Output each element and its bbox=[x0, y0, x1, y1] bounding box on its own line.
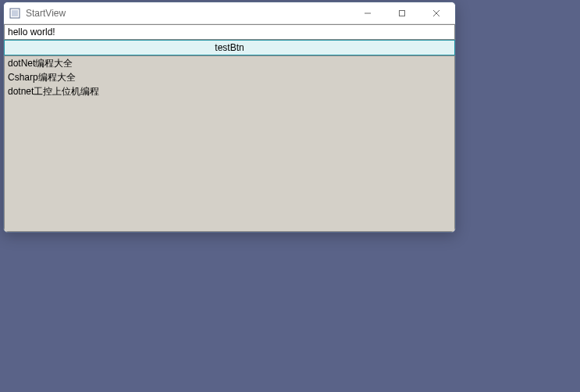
test-button[interactable]: testBtn bbox=[4, 40, 455, 55]
list-item[interactable]: dotNet编程大全 bbox=[5, 56, 454, 70]
client-area: testBtn dotNet编程大全 Csharp编程大全 dotnet工控上位… bbox=[4, 24, 455, 232]
listbox[interactable]: dotNet编程大全 Csharp编程大全 dotnet工控上位机编程 bbox=[4, 55, 455, 232]
titlebar[interactable]: StartView bbox=[4, 2, 455, 24]
window-controls bbox=[350, 2, 454, 24]
text-input[interactable] bbox=[4, 24, 455, 40]
minimize-button[interactable] bbox=[350, 2, 385, 24]
svg-rect-1 bbox=[12, 10, 18, 16]
app-icon bbox=[9, 7, 21, 20]
window-title: StartView bbox=[26, 8, 66, 19]
list-item[interactable]: dotnet工控上位机编程 bbox=[5, 84, 454, 98]
list-item[interactable]: Csharp编程大全 bbox=[5, 70, 454, 84]
maximize-button[interactable] bbox=[385, 2, 419, 24]
svg-rect-3 bbox=[400, 10, 405, 16]
app-window: StartView testBtn dotNet编程大全 Csharp编程大全 … bbox=[3, 2, 456, 233]
close-button[interactable] bbox=[419, 2, 454, 24]
